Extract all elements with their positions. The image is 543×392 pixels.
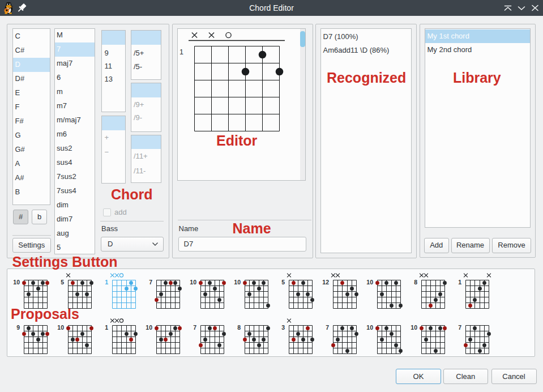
svg-text:9: 9: [16, 324, 20, 331]
svg-text:7: 7: [193, 324, 196, 331]
svg-text:12: 12: [322, 279, 329, 286]
svg-text:1: 1: [458, 279, 461, 286]
svg-text:10: 10: [411, 324, 417, 331]
svg-text:1: 1: [105, 279, 108, 286]
svg-text:3: 3: [281, 324, 285, 331]
svg-text:10: 10: [234, 279, 241, 286]
svg-text:10: 10: [366, 279, 373, 286]
svg-text:7: 7: [458, 324, 461, 331]
svg-text:10: 10: [57, 324, 64, 331]
svg-text:8: 8: [237, 324, 241, 331]
svg-text:1: 1: [105, 324, 108, 331]
svg-text:5: 5: [61, 279, 64, 286]
svg-text:10: 10: [366, 324, 373, 331]
svg-text:5: 5: [281, 279, 285, 286]
svg-text:7: 7: [149, 279, 152, 286]
svg-text:8: 8: [414, 279, 417, 286]
svg-text:1: 1: [179, 48, 183, 56]
svg-text:10: 10: [146, 324, 152, 331]
svg-text:10: 10: [13, 279, 20, 286]
svg-text:7: 7: [326, 324, 329, 331]
svg-text:10: 10: [190, 279, 196, 286]
